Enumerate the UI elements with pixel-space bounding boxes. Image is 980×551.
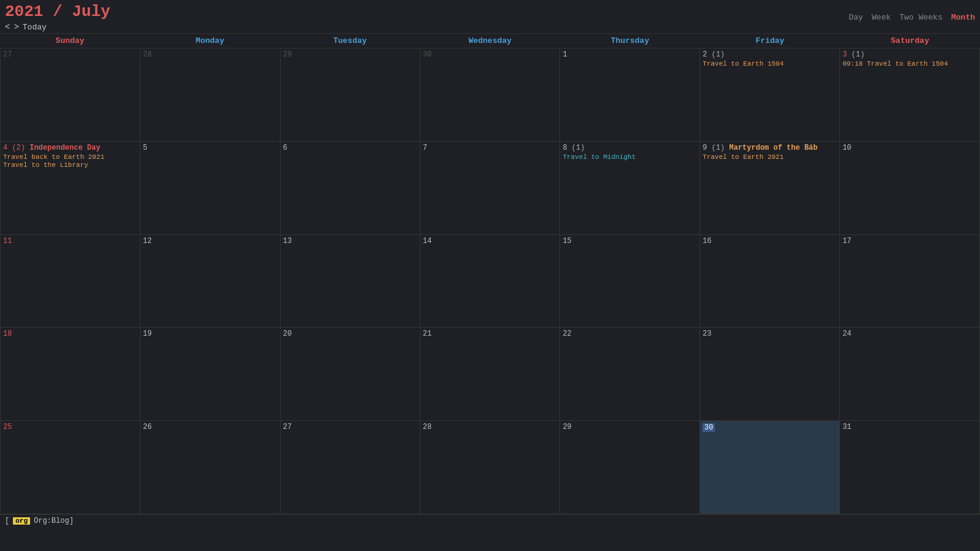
org-tag: org [13,517,30,525]
view-switcher: Day Week Two Weeks Month [849,13,975,22]
calendar-cell-jul28[interactable]: 28 [421,421,561,514]
event-travel-back-earth[interactable]: Travel back to Earth 2021 [3,153,138,161]
event-travel-midnight[interactable]: Travel to Midnight [562,153,697,161]
dow-monday: Monday [140,34,280,48]
calendar-cell-jul30[interactable]: 30 [700,421,840,514]
calendar-cell-jul24[interactable]: 24 [840,328,980,421]
calendar-cell-jun29[interactable]: 29 [281,48,421,142]
calendar-cell-jul22[interactable]: 22 [560,328,700,421]
view-two-weeks[interactable]: Two Weeks [900,13,943,22]
event-travel-earth-1504-fri[interactable]: Travel to Earth 1504 [702,60,837,67]
calendar-cell-jul9[interactable]: 9 (1) Martyrdom of the Báb Travel to Ear… [700,142,840,235]
calendar-cell-jul7[interactable]: 7 [421,142,561,235]
nav-controls: < > Today [5,22,111,32]
org-blog-label: Org:Blog] [34,517,74,525]
event-travel-earth-1504-sat[interactable]: 09:18 Travel to Earth 1504 [842,60,977,67]
next-button[interactable]: > [14,22,18,32]
separator: / [43,2,72,21]
calendar-cell-jul18[interactable]: 18 [1,328,141,421]
calendar-cell-jul1[interactable]: 1 [560,48,700,142]
bottom-bar: [ org Org:Blog] [0,514,980,527]
calendar-cell-jul21[interactable]: 21 [421,328,561,421]
calendar-cell-jul5[interactable]: 5 [141,142,281,235]
calendar-cell-jul3[interactable]: 3 (1) 09:18 Travel to Earth 1504 [840,48,980,142]
calendar-cell-jul29[interactable]: 29 [560,421,700,514]
view-month[interactable]: Month [951,13,975,22]
dow-wednesday: Wednesday [420,34,560,48]
prev-button[interactable]: < [5,22,10,32]
year-label: 2021 [5,2,43,21]
calendar-cell-jul12[interactable]: 12 [141,235,281,328]
calendar-cell-jul26[interactable]: 26 [141,421,281,514]
calendar-cell-jul27b[interactable]: 27 [281,421,421,514]
view-day[interactable]: Day [849,13,863,22]
calendar-cell-jul15[interactable]: 15 [560,235,700,328]
dow-friday: Friday [700,34,840,48]
calendar-grid: 27 28 29 30 1 2 (1) Travel to Earth 1504… [0,48,980,514]
event-travel-library[interactable]: Travel to the Library [3,161,138,169]
calendar-cell-jul4[interactable]: 4 (2) Independence Day Travel back to Ea… [1,142,141,235]
bracket-open: [ [5,517,9,525]
event-travel-earth-2021[interactable]: Travel to Earth 2021 [702,153,837,161]
days-of-week-header: Sunday Monday Tuesday Wednesday Thursday… [0,33,980,48]
calendar-cell-jul8[interactable]: 8 (1) Travel to Midnight [560,142,700,235]
calendar-cell-jun28[interactable]: 28 [141,48,281,142]
calendar-cell-jul17[interactable]: 17 [840,235,980,328]
calendar-cell-jul25[interactable]: 25 [1,421,141,514]
calendar-cell-jul2[interactable]: 2 (1) Travel to Earth 1504 [700,48,840,142]
dow-sunday: Sunday [0,34,140,48]
dow-thursday: Thursday [560,34,700,48]
calendar-cell-jul20[interactable]: 20 [281,328,421,421]
calendar-cell-jul14[interactable]: 14 [421,235,561,328]
calendar-title: 2021 / July [5,2,111,21]
dow-saturday: Saturday [840,34,980,48]
calendar-cell-jul13[interactable]: 13 [281,235,421,328]
month-label: July [72,2,110,21]
calendar-cell-jun30[interactable]: 30 [421,48,561,142]
calendar-cell-jul6[interactable]: 6 [281,142,421,235]
calendar-cell-jul16[interactable]: 16 [700,235,840,328]
calendar-cell-jul19[interactable]: 19 [141,328,281,421]
calendar-cell-jul11[interactable]: 11 [1,235,141,328]
dow-tuesday: Tuesday [280,34,420,48]
calendar-cell-jul31[interactable]: 31 [840,421,980,514]
today-button[interactable]: Today [23,23,47,32]
calendar-cell-jun27[interactable]: 27 [1,48,141,142]
calendar-cell-jul10[interactable]: 10 [840,142,980,235]
calendar-cell-jul23[interactable]: 23 [700,328,840,421]
view-week[interactable]: Week [872,13,891,22]
